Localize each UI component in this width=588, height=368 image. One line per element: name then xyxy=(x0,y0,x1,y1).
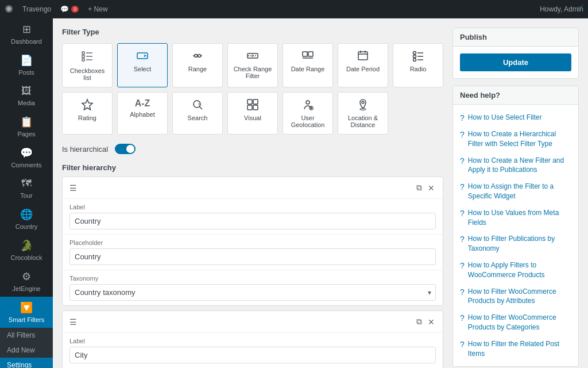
help-link-1[interactable]: How to Create a Hierarchical Filter with… xyxy=(468,129,571,149)
sidebar-item-crocoblock[interactable]: 🐊 Crocoblock xyxy=(0,235,53,266)
media-icon: 🖼 xyxy=(21,85,32,97)
sidebar-item-jetengine[interactable]: ⚙ JetEngine xyxy=(0,266,53,297)
filter-type-select[interactable]: ✓ Select xyxy=(117,43,168,87)
filter-type-alphabet[interactable]: A-Z Alphabet xyxy=(117,92,168,135)
sidebar-item-posts[interactable]: 📄 Posts xyxy=(0,49,53,80)
help-link-8[interactable]: How to Filter WooCommerce Products by Ca… xyxy=(468,313,571,332)
sidebar-item-comments[interactable]: 💬 Comments xyxy=(0,142,53,173)
hierarchy-card-1: ☰ ⧉ ✕ Label Placeholder xyxy=(62,177,443,306)
help-item-7: ? How to Filter WooCommerce Products by … xyxy=(453,283,578,310)
filter-type-section: Filter Type Checkboxes list xyxy=(62,28,443,135)
filter-type-check-range[interactable]: Check Range Filter xyxy=(227,43,278,87)
filter-type-radio[interactable]: Radio xyxy=(393,43,443,87)
svg-point-9 xyxy=(195,55,198,57)
help-link-3[interactable]: How to Assign the Filter to a Specific W… xyxy=(468,182,571,201)
date-period-icon xyxy=(357,49,369,63)
help-icon-0: ? xyxy=(460,113,465,122)
sidebar-item-country[interactable]: 🌐 Country xyxy=(0,204,53,235)
new-content-link[interactable]: + New xyxy=(88,5,107,13)
content-left: Filter Type Checkboxes list xyxy=(62,28,443,368)
card-1-header: ☰ ⧉ ✕ xyxy=(63,177,443,199)
help-link-9[interactable]: How to Filter the Related Post Items xyxy=(468,339,571,359)
help-link-0[interactable]: How to Use Select Filter xyxy=(468,113,542,122)
top-bar: ✺ Travengo 💬 0 + New Howdy, Admin xyxy=(0,0,588,18)
sidebar-label-country: Country xyxy=(16,223,38,230)
wp-logo[interactable]: ✺ xyxy=(5,3,13,16)
user-geo-icon xyxy=(301,98,314,112)
card-1-delete-button[interactable]: ✕ xyxy=(427,182,436,194)
filter-type-date-period[interactable]: Date Period xyxy=(338,43,388,87)
card-2-label-input[interactable] xyxy=(69,347,436,363)
help-icon-8: ? xyxy=(460,313,465,323)
location-icon xyxy=(357,98,369,112)
location-label: Location & Distance xyxy=(342,114,384,128)
publish-box: Publish Update xyxy=(452,28,579,79)
help-icon-1: ? xyxy=(460,130,465,139)
sidebar-label-dashboard: Dashboard xyxy=(11,38,42,45)
update-button[interactable]: Update xyxy=(460,53,571,71)
help-item-1: ? How to Create a Hierarchical Filter wi… xyxy=(453,126,578,152)
card-1-placeholder-input[interactable] xyxy=(69,248,436,265)
sidebar-item-dashboard[interactable]: ⊞ Dashboard xyxy=(0,18,53,49)
card-2-drag-handle[interactable]: ☰ xyxy=(69,317,415,327)
pages-icon: 📋 xyxy=(20,116,33,128)
alphabet-icon: A-Z xyxy=(135,98,150,109)
card-1-label-field: Label xyxy=(63,199,443,235)
site-name[interactable]: Travengo xyxy=(22,5,51,13)
card-2-label-field: Label xyxy=(63,333,443,368)
submenu-add-new[interactable]: Add New xyxy=(0,343,53,358)
help-item-8: ? How to Filter WooCommerce Products by … xyxy=(453,309,578,336)
filter-type-checkboxes[interactable]: Checkboxes list xyxy=(62,43,113,87)
rating-label: Rating xyxy=(78,114,96,121)
help-item-0: ? How to Use Select Filter xyxy=(453,109,578,126)
help-item-9: ? How to Filter the Related Post Items xyxy=(453,336,578,362)
is-hierarchical-toggle[interactable] xyxy=(115,144,136,154)
help-link-5[interactable]: How to Filter Publications by Taxonomy xyxy=(468,234,571,254)
help-link-6[interactable]: How to Apply Filters to WooCommerce Prod… xyxy=(468,260,571,280)
help-icon-5: ? xyxy=(460,235,465,244)
check-range-icon xyxy=(246,49,259,63)
sidebar-item-pages[interactable]: 📋 Pages xyxy=(0,111,53,142)
comments-link[interactable]: 💬 0 xyxy=(60,5,79,13)
svg-point-33 xyxy=(306,101,310,104)
card-2-label-name: Label xyxy=(69,338,436,344)
svg-rect-1 xyxy=(82,55,84,57)
svg-rect-14 xyxy=(308,52,313,56)
card-1-drag-handle[interactable]: ☰ xyxy=(69,183,415,193)
filter-type-visual[interactable]: Visual xyxy=(227,92,278,135)
submenu-settings[interactable]: Settings xyxy=(0,358,53,368)
filter-type-range[interactable]: Range xyxy=(172,43,223,87)
radio-icon xyxy=(412,49,424,63)
filter-type-location[interactable]: Location & Distance xyxy=(338,92,388,135)
range-label: Range xyxy=(188,66,207,72)
search-label: Search xyxy=(188,114,208,121)
card-1-taxonomy-select[interactable]: Country taxonomy City Category Tag xyxy=(69,284,436,301)
card-1-label-input[interactable] xyxy=(69,213,436,229)
main-content: Filter Type Checkboxes list xyxy=(53,18,588,368)
help-link-4[interactable]: How to Use Values from Meta Fields xyxy=(468,208,571,228)
filter-type-rating[interactable]: Rating xyxy=(62,92,113,135)
check-range-label: Check Range Filter xyxy=(231,66,274,79)
rating-icon xyxy=(81,98,94,112)
help-link-7[interactable]: How to Filter WooCommerce Products by At… xyxy=(468,287,571,306)
card-1-copy-button[interactable]: ⧉ xyxy=(415,182,423,194)
submenu-all-filters[interactable]: All Filters xyxy=(0,328,53,343)
sidebar-item-media[interactable]: 🖼 Media xyxy=(0,80,53,111)
filter-type-date-range[interactable]: Date Range xyxy=(283,43,333,87)
toggle-knob xyxy=(126,145,134,153)
card-1-placeholder-name: Placeholder xyxy=(69,239,436,246)
card-2-delete-button[interactable]: ✕ xyxy=(427,316,436,328)
card-2-copy-button[interactable]: ⧉ xyxy=(415,316,423,328)
filter-type-search[interactable]: Search xyxy=(172,92,223,135)
sidebar-label-crocoblock: Crocoblock xyxy=(10,254,42,261)
sidebar: ⊞ Dashboard 📄 Posts 🖼 Media 📋 Pages 💬 Co… xyxy=(0,18,53,368)
svg-rect-16 xyxy=(358,52,368,60)
help-item-4: ? How to Use Values from Meta Fields xyxy=(453,205,578,231)
checkboxes-label: Checkboxes list xyxy=(66,67,109,81)
sidebar-label-pages: Pages xyxy=(17,131,35,137)
help-link-2[interactable]: How to Create a New Filter and Apply it … xyxy=(468,156,571,175)
crocoblock-icon: 🐊 xyxy=(20,239,33,252)
sidebar-item-tour[interactable]: 🗺 Tour xyxy=(0,173,53,204)
filter-type-user-geo[interactable]: User Geolocation xyxy=(283,92,333,135)
sidebar-item-smart-filters[interactable]: 🔽 Smart Filters xyxy=(0,297,53,328)
